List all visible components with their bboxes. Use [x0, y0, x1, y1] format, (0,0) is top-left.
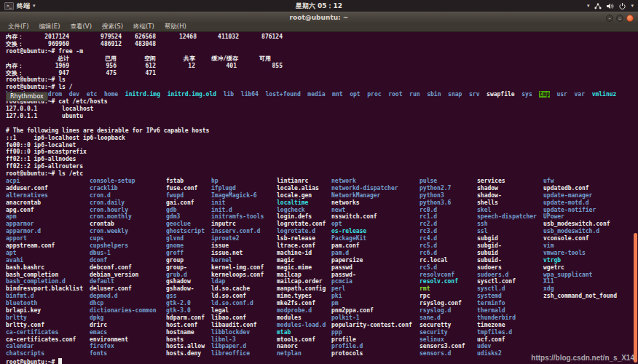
menu-item[interactable]: 终端(T) — [128, 23, 160, 31]
app-menu[interactable]: >_ 终端 ▾ — [4, 1, 36, 11]
file-entry: group- — [166, 264, 205, 272]
file-entry: ppp — [331, 329, 412, 336]
file-entry: fwupd — [166, 192, 205, 199]
file-entry: legal — [211, 307, 264, 314]
file-entry: mtools.conf — [277, 336, 326, 344]
file-entry: lintianrc — [277, 178, 326, 185]
file-entry: mime.types — [277, 293, 326, 300]
menu-item[interactable]: 帮助(H) — [160, 23, 192, 31]
file-entry: zsh_command_not_found — [543, 293, 617, 300]
file-entry: apparmor.d — [6, 228, 83, 235]
file-entry: gai.conf — [166, 199, 205, 207]
file-entry: adduser.conf — [6, 185, 83, 192]
power-icon — [619, 3, 626, 9]
file-entry: pm — [331, 300, 412, 307]
terminal-line: fe00::0 ip6-localnet — [6, 142, 638, 149]
file-entry: kernel-img.conf — [211, 264, 264, 272]
etc-column: servicesshadowshadow-shellsskelspeech-di… — [477, 178, 537, 357]
file-entry: sensors3.conf — [420, 343, 465, 350]
file-entry: pulse — [420, 178, 465, 185]
file-entry: skel — [477, 207, 537, 214]
file-entry: apt — [6, 250, 83, 257]
file-entry: brltty — [6, 314, 83, 322]
file-entry: ImageMagick-6 — [211, 192, 264, 199]
file-entry: firefox — [90, 343, 157, 350]
file-entry: libreoffice — [211, 350, 264, 357]
file-entry: udisks2 — [477, 350, 537, 357]
file-entry: resolvconf — [420, 272, 465, 279]
file-entry: crontab — [90, 221, 157, 228]
file-entry: kerneloops.conf — [211, 272, 264, 279]
file-entry: environment — [90, 336, 157, 344]
file-entry: ca-certificates — [6, 329, 83, 336]
file-entry: swapfile — [487, 91, 515, 98]
file-entry: initrd.img.old — [168, 91, 216, 98]
file-entry: python2.7 — [420, 185, 465, 192]
tooltip: Rhythmbox — [6, 92, 48, 101]
scrollbar-thumb[interactable] — [634, 233, 637, 363]
file-entry: media — [307, 91, 325, 98]
file-entry: perl — [331, 285, 412, 293]
file-entry: rcS.d — [420, 264, 465, 272]
file-entry: rc5.d — [420, 242, 465, 250]
file-entry: glvnd — [166, 235, 205, 242]
file-entry: popularity-contest.conf — [331, 322, 412, 329]
file-entry: bindresvport.blacklist — [6, 285, 83, 293]
terminal-line: 总计已用空闲共享缓冲/缓存可用 — [6, 55, 638, 63]
file-entry: alternatives — [6, 192, 83, 199]
file-entry: xdg — [543, 285, 617, 293]
close-button[interactable] — [626, 15, 634, 22]
file-entry: hosts.allow — [166, 343, 205, 350]
file-entry: usr — [556, 91, 567, 98]
file-entry: localtime — [277, 199, 326, 207]
file-entry: sbin — [427, 91, 441, 98]
file-entry: sysctl.d — [477, 285, 537, 293]
file-entry: securetty — [420, 322, 465, 329]
file-entry: protocols — [331, 350, 412, 357]
terminal-cursor — [58, 358, 62, 364]
menu-item[interactable]: 文件(F) — [3, 23, 34, 31]
file-entry: fstab — [166, 178, 205, 185]
file-entry: rsyslog.d — [420, 307, 465, 314]
file-entry: groff — [166, 250, 205, 257]
file-entry: default — [90, 278, 157, 285]
file-entry: tmp — [539, 91, 549, 98]
file-entry: var — [575, 91, 585, 98]
etc-column: console-setupcracklibcron.dcron.dailycro… — [90, 178, 157, 357]
menu-item[interactable]: 编辑(E) — [34, 23, 66, 31]
etc-column: fstabfuse.conffwupdgai.confgdbgdm3geoclu… — [166, 178, 205, 357]
file-entry: NetworkManager — [331, 192, 412, 199]
file-entry: terminfo — [477, 300, 537, 307]
file-entry: gnome — [166, 242, 205, 250]
file-entry: cupshelpers — [90, 242, 157, 250]
etc-column: networknetworkd-dispatcherNetworkManager… — [331, 178, 412, 357]
file-entry: hdparm.conf — [166, 314, 205, 322]
file-entry: usb_modeswitch.conf — [543, 221, 617, 228]
maximize-button[interactable]: ▫ — [616, 15, 623, 22]
file-entry: usb_modeswitch.d — [543, 228, 617, 235]
terminal-body[interactable]: acpiadduser.confalternativesanacrontabap… — [0, 32, 638, 364]
file-entry: rc0.d — [420, 207, 465, 214]
terminal-line: 交换：947475471 — [6, 70, 638, 77]
clock[interactable]: 星期六 05：12 — [296, 1, 342, 11]
minimize-button[interactable]: – — [606, 15, 613, 22]
file-entry: gshadow- — [166, 285, 205, 293]
file-entry: gtk-2.0 — [166, 300, 205, 307]
file-entry: dpkg — [90, 314, 157, 322]
file-entry: initrd.img — [125, 91, 160, 98]
menu-item[interactable]: 查看(V) — [66, 23, 97, 31]
file-entry: dbus-1 — [90, 250, 157, 257]
file-entry: timezone — [477, 322, 537, 329]
menu-item[interactable]: 搜索(S) — [97, 23, 128, 31]
file-entry: lost+found — [266, 91, 301, 98]
file-entry: ca-certificates.conf — [6, 336, 83, 344]
file-entry: hosts — [166, 336, 205, 344]
terminal-line: bin boot cdrom dev etc home initrd.img i… — [6, 91, 638, 98]
file-entry: cron.hourly — [90, 207, 157, 214]
file-entry: tmpfiles.d — [477, 329, 537, 336]
window-titlebar[interactable]: root@ubuntu: ~ – ▫ — [0, 12, 638, 23]
etc-column: lintianrclocale.aliaslocale.genlocaltime… — [277, 178, 326, 357]
system-indicators[interactable]: ▾ ▾ — [587, 3, 634, 9]
file-entry: thermald — [477, 307, 537, 314]
file-entry: systemd — [477, 293, 537, 300]
